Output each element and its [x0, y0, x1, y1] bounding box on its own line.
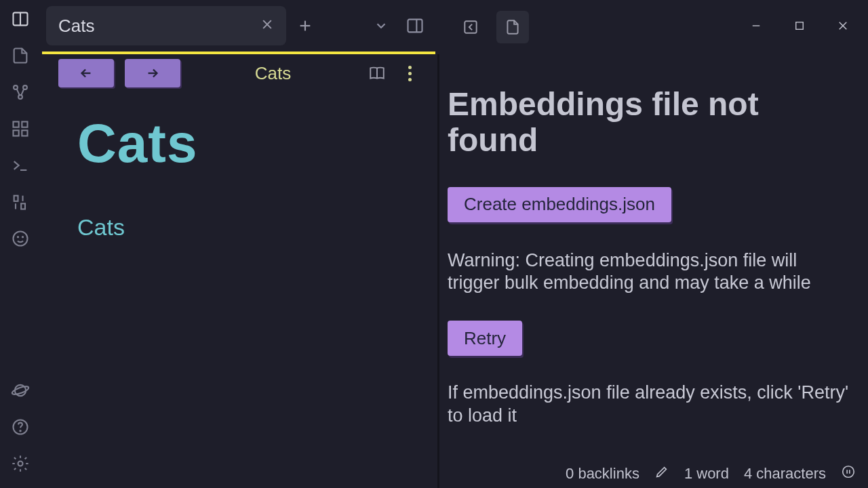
- svg-point-14: [14, 232, 28, 246]
- maximize-icon[interactable]: [793, 20, 806, 35]
- svg-point-3: [23, 85, 27, 89]
- svg-rect-7: [14, 130, 19, 136]
- terminal-icon[interactable]: [11, 156, 30, 178]
- svg-rect-13: [21, 203, 25, 209]
- panel-warning: Warning: Creating embeddings.json file w…: [448, 249, 848, 296]
- new-tab-button[interactable]: [292, 12, 319, 39]
- svg-rect-30: [796, 22, 804, 30]
- svg-point-15: [18, 237, 18, 237]
- svg-rect-28: [465, 21, 476, 33]
- activity-bar: [0, 0, 41, 488]
- grid-icon[interactable]: [11, 119, 30, 141]
- editor-pane: Cats Cats Cats: [41, 54, 439, 488]
- status-bar: 0 backlinks 1 word 4 characters: [566, 461, 868, 488]
- svg-point-36: [843, 466, 854, 478]
- tab-list-chevron-icon[interactable]: [368, 18, 395, 33]
- edit-icon[interactable]: [654, 464, 669, 483]
- notebook-icon[interactable]: [11, 9, 30, 31]
- panel-layout-icon[interactable]: [400, 16, 430, 35]
- status-chars[interactable]: 4 characters: [744, 465, 826, 483]
- panel-hint: If embeddings.json file already exists, …: [448, 382, 854, 428]
- panel-title: Embeddings file not found: [448, 87, 856, 159]
- close-icon[interactable]: [260, 18, 274, 34]
- breadcrumb[interactable]: Cats: [191, 63, 355, 84]
- tab-cats[interactable]: Cats: [46, 6, 286, 45]
- document-view-icon[interactable]: [496, 11, 529, 43]
- status-words[interactable]: 1 word: [684, 465, 729, 483]
- tab-row: Cats: [41, 0, 868, 54]
- window-close-icon[interactable]: [837, 20, 849, 35]
- document-paragraph: Cats: [77, 214, 437, 241]
- create-embeddings-button[interactable]: Create embeddings.json: [448, 187, 671, 222]
- planet-icon[interactable]: [11, 381, 30, 403]
- svg-rect-8: [22, 130, 27, 136]
- nav-back-button[interactable]: [58, 59, 114, 87]
- graph-icon[interactable]: [11, 83, 30, 104]
- window-controls: [750, 20, 868, 35]
- svg-point-16: [22, 237, 23, 237]
- import-icon[interactable]: [454, 11, 487, 43]
- status-backlinks[interactable]: 0 backlinks: [566, 465, 639, 483]
- svg-point-2: [14, 85, 18, 89]
- file-icon[interactable]: [11, 46, 30, 68]
- svg-point-20: [20, 430, 20, 431]
- settings-icon[interactable]: [11, 454, 30, 476]
- document-body[interactable]: Cats Cats: [41, 92, 437, 241]
- binary-icon[interactable]: [11, 192, 30, 214]
- svg-rect-5: [14, 122, 19, 127]
- pause-icon[interactable]: [841, 464, 856, 483]
- minimize-icon[interactable]: [750, 20, 762, 35]
- tab-title: Cats: [58, 16, 252, 37]
- svg-rect-26: [408, 20, 422, 33]
- svg-rect-6: [22, 122, 27, 127]
- side-panel: Embeddings file not found Create embeddi…: [439, 54, 868, 488]
- more-options-icon[interactable]: [399, 66, 420, 81]
- face-icon[interactable]: [11, 229, 30, 251]
- svg-point-21: [18, 462, 23, 466]
- document-heading: Cats: [77, 113, 437, 175]
- svg-rect-10: [14, 196, 18, 201]
- retry-button[interactable]: Retry: [448, 321, 522, 356]
- nav-forward-button[interactable]: [125, 59, 180, 87]
- book-icon[interactable]: [366, 64, 389, 82]
- help-icon[interactable]: [11, 418, 30, 439]
- svg-point-18: [12, 385, 30, 396]
